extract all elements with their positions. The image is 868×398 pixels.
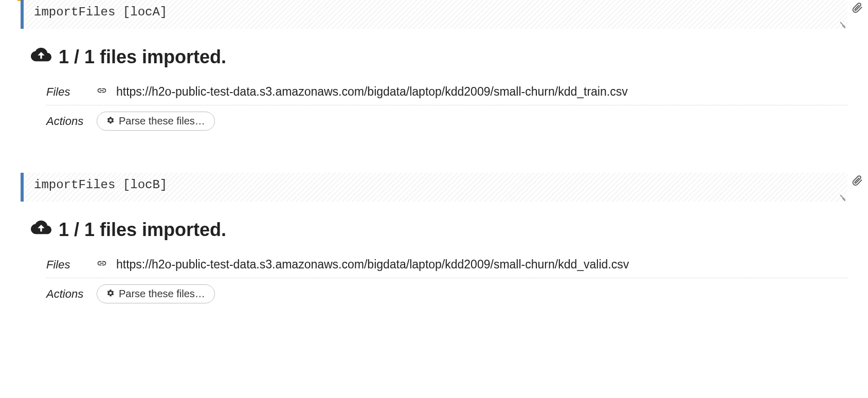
heading-text: 1 / 1 files imported. [59, 219, 226, 241]
parse-files-button[interactable]: Parse these files… [97, 284, 215, 303]
resize-handle-icon [838, 193, 845, 201]
import-heading: 1 / 1 files imported. [31, 44, 847, 69]
files-label: Files [46, 258, 87, 272]
code-text: importFiles [locB] [34, 178, 167, 192]
parse-files-button[interactable]: Parse these files… [97, 112, 215, 131]
paperclip-icon[interactable] [852, 175, 863, 188]
actions-label: Actions [46, 115, 87, 128]
link-icon [97, 258, 107, 272]
import-heading: 1 / 1 files imported. [31, 217, 847, 242]
code-input[interactable]: importFiles [locA] [21, 0, 847, 29]
code-cell-1: importFiles [locA] [21, 0, 847, 29]
actions-row: Actions Parse these files… [46, 105, 847, 137]
heading-text: 1 / 1 files imported. [59, 46, 226, 68]
paperclip-icon[interactable] [852, 2, 863, 15]
code-text: importFiles [locA] [34, 5, 167, 19]
code-cell-2: importFiles [locB] [21, 173, 847, 202]
output-block-1: 1 / 1 files imported. Files https://h2o-… [31, 44, 847, 137]
output-block-2: 1 / 1 files imported. Files https://h2o-… [31, 217, 847, 310]
files-row: Files https://h2o-public-test-data.s3.am… [46, 79, 847, 105]
gear-icon [106, 288, 115, 300]
code-input[interactable]: importFiles [locB] [21, 173, 847, 202]
resize-handle-icon [838, 21, 845, 28]
parse-button-label: Parse these files… [119, 115, 205, 127]
actions-row: Actions Parse these files… [46, 278, 847, 310]
files-row: Files https://h2o-public-test-data.s3.am… [46, 251, 847, 278]
file-url-link[interactable]: https://h2o-public-test-data.s3.amazonaw… [116, 85, 628, 99]
cloud-upload-icon [31, 217, 51, 242]
actions-label: Actions [46, 287, 87, 301]
cloud-upload-icon [31, 44, 51, 69]
files-label: Files [46, 85, 87, 99]
gear-icon [106, 115, 115, 127]
parse-button-label: Parse these files… [119, 288, 205, 300]
file-url-link[interactable]: https://h2o-public-test-data.s3.amazonaw… [116, 258, 629, 272]
link-icon [97, 85, 107, 99]
